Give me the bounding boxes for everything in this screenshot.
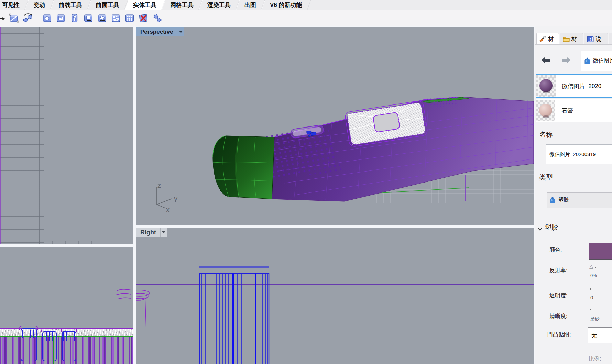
bump-map-value: 无 [591, 331, 597, 339]
plastic-section-rule [567, 228, 612, 228]
round-hole-icon[interactable] [42, 13, 52, 24]
reflectivity-slider[interactable] [595, 267, 612, 267]
cut-box-icon[interactable] [9, 13, 19, 24]
panel-tabs-divider [535, 44, 612, 45]
menu-tab[interactable]: 渲染工具 [200, 0, 238, 10]
viewport-perspective[interactable]: Perspective [136, 27, 534, 225]
menu-tab[interactable]: 曲面工具 [89, 0, 126, 10]
delete-holes-icon[interactable] [138, 13, 149, 24]
cylinder-wireframe [136, 290, 150, 330]
axis-y-label: y [174, 195, 177, 202]
panel-tab-help[interactable]: ? 说 [584, 33, 608, 45]
menu-tab[interactable]: 变动 [26, 0, 52, 10]
viewport-left-top[interactable] [0, 27, 133, 244]
move-arrow-icon[interactable] [0, 13, 6, 24]
menu-tab-label: 变动 [33, 2, 45, 8]
material-name-value: 微信图片_20200319 [549, 151, 596, 158]
clarity-slider[interactable] [590, 309, 612, 309]
menu-tab[interactable]: V6 的新功能 [263, 0, 309, 10]
construction-grid [0, 27, 44, 244]
perspective-viewport-tab[interactable]: Perspective [136, 27, 184, 36]
panel-tab-label: 说 [595, 35, 601, 43]
reflectivity-label: 反射率: [549, 267, 567, 274]
chevron-down-icon[interactable] [538, 228, 542, 231]
keyhole-slot-icon[interactable] [69, 13, 80, 24]
axis-z-label: z [157, 181, 161, 189]
panel-tab-label: 材 [571, 35, 577, 43]
viewport-splitter-vertical-left[interactable] [133, 26, 136, 364]
rotate-hole-icon[interactable] [97, 13, 107, 24]
bump-map-button[interactable]: 无 [588, 327, 612, 343]
dot-cluster-top-right [426, 97, 458, 107]
svg-text:?: ? [589, 37, 591, 41]
menu-tab-label: 可见性 [2, 2, 20, 8]
menu-tab[interactable]: 实体工具 [126, 0, 163, 10]
back-button[interactable] [541, 56, 551, 65]
blue-wireframe-block [200, 273, 269, 364]
rotate-solid-icon[interactable] [22, 13, 33, 24]
name-section-rule [558, 134, 612, 134]
model-edge-line [0, 27, 1, 244]
material-name-input[interactable]: 微信图片_20200319 [546, 144, 612, 164]
material-name-label: 微信图片_2020 [562, 82, 601, 90]
menu-tab-label: 出图 [244, 2, 256, 8]
menu-tab-label: 渲染工具 [207, 2, 231, 8]
panel-tab-partial[interactable] [609, 33, 612, 45]
paintbrush-icon [539, 36, 546, 43]
perspective-viewport-menu-button[interactable] [177, 27, 184, 36]
perspective-scene: z y x [136, 27, 534, 225]
grid-y-axis-line [8, 27, 8, 244]
right-viewport-label[interactable]: Right [136, 228, 160, 237]
axis-tripod [157, 187, 172, 208]
slider-thumb-icon[interactable]: △ [589, 264, 593, 269]
material-selector-dropdown[interactable]: 微信图片_2020 [581, 51, 612, 71]
color-swatch[interactable] [589, 243, 612, 260]
key-wireframe [62, 331, 76, 361]
arrow-left-icon [541, 56, 550, 64]
move-hole-icon[interactable] [83, 13, 94, 24]
viewport-splitter-center-horizontal[interactable] [136, 225, 534, 228]
perspective-viewport-label[interactable]: Perspective [136, 27, 177, 36]
scale-label: 比例: [589, 355, 601, 363]
menu-tab-label: 曲面工具 [96, 2, 119, 8]
rect-hole-icon[interactable] [55, 13, 66, 24]
menu-tab[interactable]: 可见性 [0, 0, 26, 10]
material-type-dropdown[interactable]: 塑胶 [547, 192, 612, 208]
forward-button[interactable] [561, 56, 572, 65]
pattern-gears-icon[interactable] [152, 13, 162, 24]
right-viewport-tab[interactable]: Right [136, 228, 167, 237]
menu-tab[interactable]: 出图 [238, 0, 263, 10]
plastic-section-title[interactable]: 塑胶 [545, 223, 558, 232]
cylinder-edge-fragment [116, 287, 133, 308]
key-wireframe [42, 331, 57, 361]
material-name-label: 石膏 [561, 107, 573, 115]
scatter-holes-icon[interactable] [110, 13, 121, 24]
solid-tools-toolbar [0, 10, 612, 27]
menu-tab[interactable]: 网格工具 [163, 0, 200, 10]
material-list-item[interactable]: 石膏 [536, 99, 612, 122]
material-type-value: 塑胶 [558, 197, 569, 204]
array-holes-grid-icon[interactable] [124, 13, 135, 24]
material-selector-value: 微信图片_2020 [593, 57, 612, 65]
rhino-app-window: 可见性变动曲线工具曲面工具实体工具网格工具渲染工具出图V6 的新功能 [0, 0, 612, 364]
material-list-item[interactable]: 微信图片_2020 [536, 74, 612, 98]
panel-tab-materials[interactable]: 材 [536, 33, 559, 45]
arrow-right-icon [561, 56, 571, 64]
transparency-slider[interactable] [590, 288, 612, 288]
viewport-right[interactable]: Right [136, 228, 534, 364]
menu-tab-label: 曲线工具 [59, 2, 82, 8]
menu-tab-bar: 可见性变动曲线工具曲面工具实体工具网格工具渲染工具出图V6 的新功能 [0, 0, 612, 10]
menu-tab-label: 网格工具 [170, 2, 194, 8]
grid-bottom-strip [0, 241, 133, 244]
viewport-splitter-left-horizontal[interactable] [0, 244, 133, 247]
clarity-label: 清晰度: [549, 313, 567, 320]
chevron-down-icon [179, 31, 183, 33]
type-section-title: 类型 [539, 173, 553, 182]
grid-axis-purple-segment [0, 159, 8, 159]
menu-tab[interactable]: 曲线工具 [52, 0, 89, 10]
right-viewport-menu-button[interactable] [160, 228, 167, 237]
transparency-value: 0 [590, 295, 593, 300]
material-thumbnail [536, 75, 556, 97]
panel-tab-library[interactable]: 材 [560, 33, 583, 45]
viewport-left-bottom[interactable] [0, 247, 133, 364]
